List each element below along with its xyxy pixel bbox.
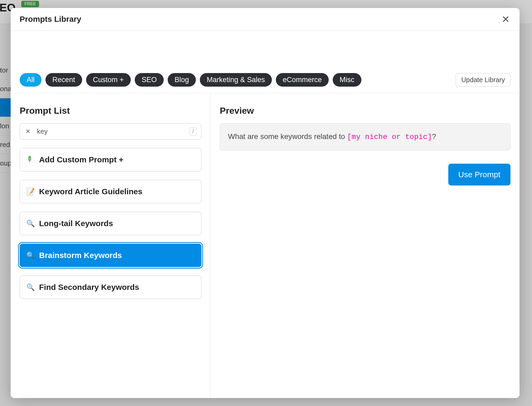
search-wrapper: ✕ / — [20, 123, 201, 139]
prompt-item-brainstorm-keywords[interactable]: 🔍 Brainstorm Keywords — [20, 244, 201, 267]
preview-text-suffix: ? — [432, 132, 436, 141]
filter-blog[interactable]: Blog — [168, 73, 196, 87]
modal-body: Prompt List ✕ / ✎ Add Custom Prompt + 📝 … — [11, 93, 520, 398]
preview-title: Preview — [220, 105, 510, 116]
preview-panel: Preview What are some keywords related t… — [211, 93, 520, 398]
prompt-item-find-secondary-keywords[interactable]: 🔍 Find Secondary Keywords — [20, 276, 201, 299]
preview-text-prefix: What are some keywords related to — [228, 132, 347, 141]
filter-marketing-sales[interactable]: Marketing & Sales — [200, 73, 272, 87]
prompt-item-add-custom[interactable]: ✎ Add Custom Prompt + — [20, 148, 201, 171]
preview-placeholder: [my niche or topic] — [347, 133, 432, 141]
magnifier-icon: 🔍 — [26, 251, 34, 260]
filter-pills: All Recent Custom + SEO Blog Marketing &… — [20, 73, 361, 87]
memo-icon: 📝 — [26, 188, 34, 196]
filter-misc[interactable]: Misc — [333, 73, 361, 87]
search-clear-icon[interactable]: ✕ — [26, 128, 30, 135]
prompt-item-label: Find Secondary Keywords — [39, 283, 139, 292]
search-input[interactable] — [20, 123, 201, 139]
prompt-list-title: Prompt List — [20, 105, 201, 116]
prompt-item-keyword-article-guidelines[interactable]: 📝 Keyword Article Guidelines — [20, 180, 201, 203]
magnifier-icon: 🔍 — [26, 219, 34, 228]
preview-box: What are some keywords related to [my ni… — [220, 123, 510, 150]
close-icon — [502, 15, 510, 23]
prompt-list-panel: Prompt List ✕ / ✎ Add Custom Prompt + 📝 … — [11, 93, 211, 398]
prompt-item-label: Brainstorm Keywords — [39, 251, 122, 260]
filter-ecommerce[interactable]: eCommerce — [276, 73, 329, 87]
pencil-icon: ✎ — [24, 154, 36, 165]
filter-seo[interactable]: SEO — [135, 73, 164, 87]
modal-header: Prompts Library — [11, 8, 520, 31]
magnifier-icon: 🔍 — [26, 283, 34, 291]
modal-title: Prompts Library — [20, 15, 81, 24]
use-prompt-button[interactable]: Use Prompt — [448, 164, 510, 185]
prompts-library-modal: Prompts Library All Recent Custom + SEO … — [11, 8, 520, 398]
prompt-item-label: Add Custom Prompt + — [39, 155, 124, 164]
filter-section: All Recent Custom + SEO Blog Marketing &… — [11, 31, 520, 93]
prompt-item-label: Long-tail Keywords — [39, 219, 113, 228]
prompt-item-long-tail-keywords[interactable]: 🔍 Long-tail Keywords — [20, 212, 201, 235]
close-button[interactable] — [501, 14, 510, 24]
search-slash-hint: / — [190, 127, 197, 136]
use-prompt-row: Use Prompt — [220, 164, 510, 185]
prompt-item-label: Keyword Article Guidelines — [39, 187, 142, 196]
filter-custom[interactable]: Custom + — [86, 73, 131, 87]
filter-recent[interactable]: Recent — [45, 73, 82, 87]
update-library-button[interactable]: Update Library — [456, 73, 510, 87]
filter-all[interactable]: All — [20, 73, 41, 87]
